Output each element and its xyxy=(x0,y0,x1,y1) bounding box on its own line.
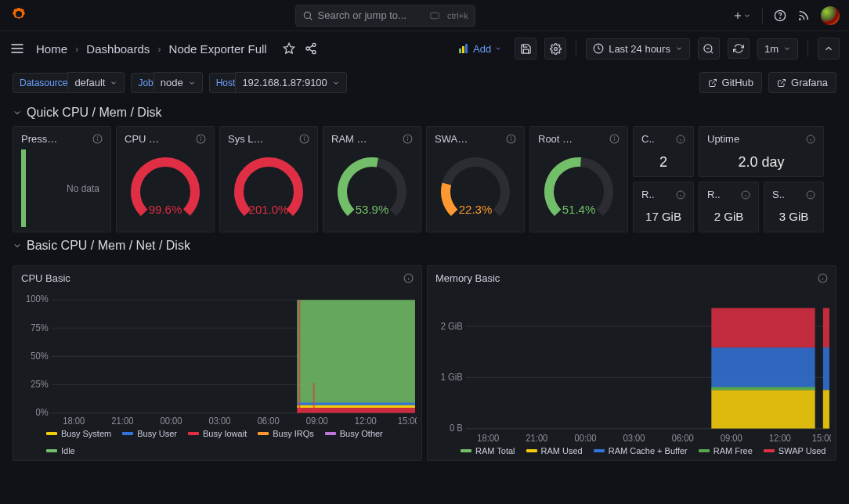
var-job-select[interactable]: node xyxy=(154,72,203,93)
svg-text:21:00: 21:00 xyxy=(526,432,547,443)
legend-item[interactable]: Busy Other xyxy=(325,429,383,438)
legend-item[interactable]: Busy IRQs xyxy=(258,429,314,438)
row-basic-cpu[interactable]: Basic CPU / Mem / Net / Disk xyxy=(0,232,849,259)
menu-toggle[interactable] xyxy=(9,41,25,56)
svg-text:00:00: 00:00 xyxy=(574,432,596,443)
refresh-button[interactable] xyxy=(728,38,750,59)
news-button[interactable] xyxy=(797,9,810,22)
svg-rect-97 xyxy=(711,387,815,391)
svg-text:18:00: 18:00 xyxy=(63,415,85,425)
panel-root-total[interactable]: R.. 2 GiB xyxy=(699,182,759,232)
legend-item[interactable]: Busy System xyxy=(46,429,111,438)
svg-text:0 B: 0 B xyxy=(450,422,463,434)
refresh-interval-picker[interactable]: 1m xyxy=(757,38,798,59)
panel-swap-used[interactable]: SWA… 22.3% xyxy=(426,126,525,232)
time-range-picker[interactable]: Last 24 hours xyxy=(586,38,690,59)
info-icon xyxy=(741,190,750,200)
svg-text:18:00: 18:00 xyxy=(477,432,499,443)
svg-rect-72 xyxy=(297,300,415,404)
panel-swap-total[interactable]: S.. 3 GiB xyxy=(764,182,824,232)
svg-rect-96 xyxy=(711,390,815,428)
search-placeholder: Search or jump to... xyxy=(318,9,430,21)
save-button[interactable] xyxy=(515,38,536,59)
panel-cpu-busy[interactable]: CPU … 99.6% xyxy=(116,126,215,232)
panel-root-fs[interactable]: Root … 51.4% xyxy=(529,126,628,232)
svg-text:09:00: 09:00 xyxy=(306,415,328,425)
var-datasource-label: Datasource xyxy=(13,73,74,93)
info-icon xyxy=(403,273,414,283)
panel-pressure[interactable]: Press… No data xyxy=(13,126,111,232)
legend-item[interactable]: RAM Cache + Buffer xyxy=(594,446,688,455)
svg-point-12 xyxy=(313,43,316,46)
svg-text:2 GiB: 2 GiB xyxy=(441,320,463,332)
topbar: Search or jump to... ctrl+k xyxy=(0,0,849,31)
svg-text:06:00: 06:00 xyxy=(672,432,694,443)
var-datasource-select[interactable]: default xyxy=(67,72,125,93)
star-button[interactable] xyxy=(283,42,295,55)
settings-button[interactable] xyxy=(544,38,566,59)
svg-point-14 xyxy=(313,51,316,54)
svg-point-0 xyxy=(304,12,310,18)
add-menu-button[interactable] xyxy=(732,10,751,21)
svg-text:03:00: 03:00 xyxy=(209,415,231,425)
legend-item[interactable]: Busy User xyxy=(122,429,177,438)
legend-item[interactable]: Busy Iowait xyxy=(188,429,247,438)
panel-cpu-cores[interactable]: C.. 2 xyxy=(633,126,694,177)
grafana-logo[interactable] xyxy=(9,6,28,25)
panel-cpu-basic[interactable]: CPU Basic 0%25%50%75%100% 18:0021:0000:0… xyxy=(13,265,422,461)
svg-text:53.9%: 53.9% xyxy=(356,203,389,216)
add-panel-button[interactable]: Add xyxy=(454,40,507,58)
svg-point-6 xyxy=(780,18,781,19)
external-link-icon xyxy=(708,78,717,88)
info-icon xyxy=(506,134,516,144)
svg-point-36 xyxy=(304,137,305,138)
panel-ram-total[interactable]: R.. 17 GiB xyxy=(633,182,694,232)
svg-rect-2 xyxy=(431,13,439,19)
legend-item[interactable]: SWAP Used xyxy=(764,446,826,455)
row-quick-cpu[interactable]: Quick CPU / Mem / Disk xyxy=(0,99,849,126)
svg-rect-76 xyxy=(298,300,300,412)
chevron-down-icon xyxy=(675,45,683,52)
legend-item[interactable]: RAM Total xyxy=(461,446,515,455)
info-icon xyxy=(806,135,815,144)
svg-rect-17 xyxy=(459,49,461,53)
kiosk-button[interactable] xyxy=(818,38,840,59)
search-input[interactable]: Search or jump to... ctrl+k xyxy=(295,5,475,27)
breadcrumb-bar: Home › Dashboards › Node Exporter Full A… xyxy=(0,31,849,66)
svg-point-40 xyxy=(407,137,408,138)
chevron-right-icon: › xyxy=(157,43,161,55)
breadcrumb-dashboards[interactable]: Dashboards xyxy=(86,42,150,56)
svg-rect-98 xyxy=(823,308,829,347)
grafana-link[interactable]: Grafana xyxy=(768,72,836,93)
share-button[interactable] xyxy=(305,42,317,55)
panel-uptime[interactable]: Uptime 2.0 day xyxy=(699,126,824,177)
legend-item[interactable]: RAM Free xyxy=(699,446,753,455)
template-variables-row: Datasource default Job node Host 192.168… xyxy=(0,66,849,99)
svg-rect-19 xyxy=(465,44,468,53)
bars-icon xyxy=(459,44,470,53)
svg-point-48 xyxy=(614,137,615,138)
chart-cpu-basic: 0%25%50%75%100% 18:0021:0000:0003:0006:0… xyxy=(18,289,417,426)
help-button[interactable] xyxy=(774,9,786,22)
gauge-panels-row: Press… No data CPU … 99.6% Sys L… 201.0%… xyxy=(0,126,849,232)
svg-line-15 xyxy=(309,45,313,48)
panel-ram-used[interactable]: RAM … 53.9% xyxy=(323,126,421,232)
breadcrumb-home[interactable]: Home xyxy=(36,42,67,56)
panel-memory-basic[interactable]: Memory Basic 0 B1 GiB2 GiB 18:0021:0000:… xyxy=(427,265,836,461)
user-avatar[interactable] xyxy=(821,6,840,25)
chart-memory-basic: 0 B1 GiB2 GiB 18:0021:0000:0003:0006:000… xyxy=(432,289,831,443)
svg-rect-99 xyxy=(823,347,829,390)
svg-point-44 xyxy=(511,137,511,138)
github-link[interactable]: GitHub xyxy=(699,72,762,93)
legend-item[interactable]: Idle xyxy=(46,446,75,455)
chevron-down-icon xyxy=(783,45,791,52)
zoom-out-button[interactable] xyxy=(698,38,720,59)
legend-item[interactable]: RAM Used xyxy=(526,446,583,455)
info-icon xyxy=(609,134,620,144)
panel-sys-load[interactable]: Sys L… 201.0% xyxy=(219,126,318,232)
svg-point-29 xyxy=(97,137,98,138)
breadcrumb-current[interactable]: Node Exporter Full xyxy=(169,42,267,56)
var-host-select[interactable]: 192.168.1.87:9100 xyxy=(235,72,346,93)
info-icon xyxy=(299,134,309,144)
legend-cpu-basic: Busy SystemBusy UserBusy IowaitBusy IRQs… xyxy=(18,426,417,457)
